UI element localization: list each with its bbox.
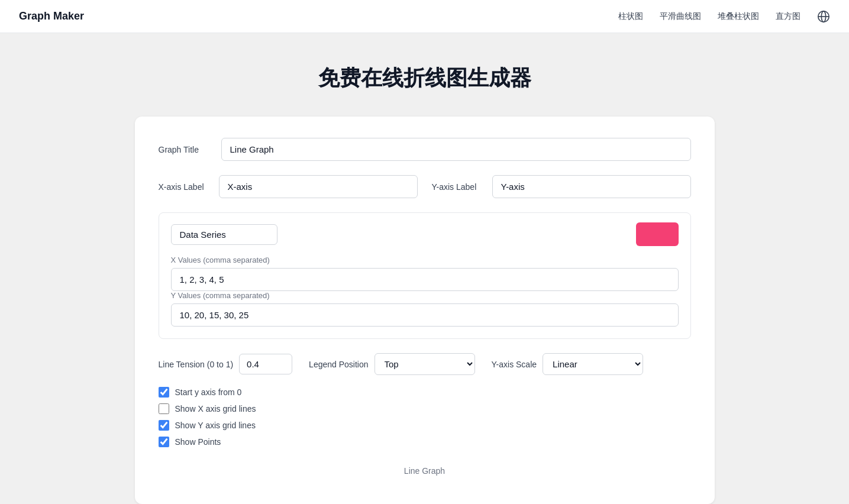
graph-title-input[interactable] xyxy=(221,138,691,161)
checkbox-row-show-x: Show X axis grid lines xyxy=(159,403,691,414)
x-axis-label-label: X-axis Label xyxy=(159,182,212,192)
y-axis-scale-select[interactable]: Linear Logarithmic xyxy=(543,353,643,375)
page-title-section: 免费在线折线图生成器 xyxy=(0,33,849,117)
data-series-header xyxy=(171,222,679,246)
y-values-input[interactable] xyxy=(171,303,679,327)
settings-row: Line Tension (0 to 1) Legend Position To… xyxy=(159,353,691,375)
axis-labels-row: X-axis Label Y-axis Label xyxy=(159,175,691,198)
start-y-zero-label[interactable]: Start y axis from 0 xyxy=(175,387,242,397)
checkbox-row-start-y: Start y axis from 0 xyxy=(159,387,691,398)
globe-icon[interactable] xyxy=(817,10,830,23)
show-x-grid-checkbox[interactable] xyxy=(159,403,169,414)
x-axis-label-input[interactable] xyxy=(219,175,418,198)
graph-title-row: Graph Title xyxy=(159,138,691,161)
graph-title-label: Graph Title xyxy=(159,145,212,154)
nav-links: 柱状图 平滑曲线图 堆叠柱状图 直方图 xyxy=(618,10,830,23)
nav-link-stacked[interactable]: 堆叠柱状图 xyxy=(718,11,759,22)
checkboxes-section: Start y axis from 0 Show X axis grid lin… xyxy=(159,387,691,447)
navbar: Graph Maker 柱状图 平滑曲线图 堆叠柱状图 直方图 xyxy=(0,0,849,33)
legend-position-label: Legend Position xyxy=(309,360,368,369)
y-axis-group: Y-axis Label xyxy=(432,175,691,198)
y-axis-scale-label: Y-axis Scale xyxy=(492,360,537,369)
data-series-block: X Values (comma separated) Y Values (com… xyxy=(159,212,691,339)
data-series-name-input[interactable] xyxy=(171,224,277,245)
show-y-grid-checkbox[interactable] xyxy=(159,420,169,431)
legend-position-select[interactable]: Top Bottom Left Right None xyxy=(375,353,475,375)
nav-logo: Graph Maker xyxy=(19,10,84,22)
start-y-zero-checkbox[interactable] xyxy=(159,387,169,398)
nav-link-histogram[interactable]: 直方图 xyxy=(776,11,800,22)
show-y-grid-label[interactable]: Show Y axis grid lines xyxy=(175,421,256,430)
page-title: 免费在线折线图生成器 xyxy=(0,64,849,93)
checkbox-row-show-points: Show Points xyxy=(159,437,691,447)
x-values-label: X Values (comma separated) xyxy=(171,256,679,264)
y-values-label: Y Values (comma separated) xyxy=(171,291,679,300)
line-tension-group: Line Tension (0 to 1) xyxy=(159,354,293,374)
show-x-grid-label[interactable]: Show X axis grid lines xyxy=(175,404,256,413)
show-points-label[interactable]: Show Points xyxy=(175,437,221,447)
show-points-checkbox[interactable] xyxy=(159,437,169,447)
color-swatch-button[interactable] xyxy=(636,222,679,246)
y-axis-scale-group: Y-axis Scale Linear Logarithmic xyxy=(492,353,644,375)
nav-link-bar[interactable]: 柱状图 xyxy=(618,11,643,22)
checkbox-row-show-y: Show Y axis grid lines xyxy=(159,420,691,431)
line-tension-input[interactable] xyxy=(239,354,292,374)
y-axis-label-label: Y-axis Label xyxy=(432,182,485,192)
nav-link-smooth[interactable]: 平滑曲线图 xyxy=(660,11,701,22)
legend-position-group: Legend Position Top Bottom Left Right No… xyxy=(309,353,474,375)
y-axis-label-input[interactable] xyxy=(492,175,691,198)
x-values-input[interactable] xyxy=(171,268,679,291)
main-card: Graph Title X-axis Label Y-axis Label X … xyxy=(135,117,715,504)
x-values-group: X Values (comma separated) xyxy=(171,256,679,291)
x-axis-group: X-axis Label xyxy=(159,175,418,198)
bottom-label: Line Graph xyxy=(159,466,691,476)
line-tension-label: Line Tension (0 to 1) xyxy=(159,360,234,369)
y-values-group: Y Values (comma separated) xyxy=(171,291,679,327)
